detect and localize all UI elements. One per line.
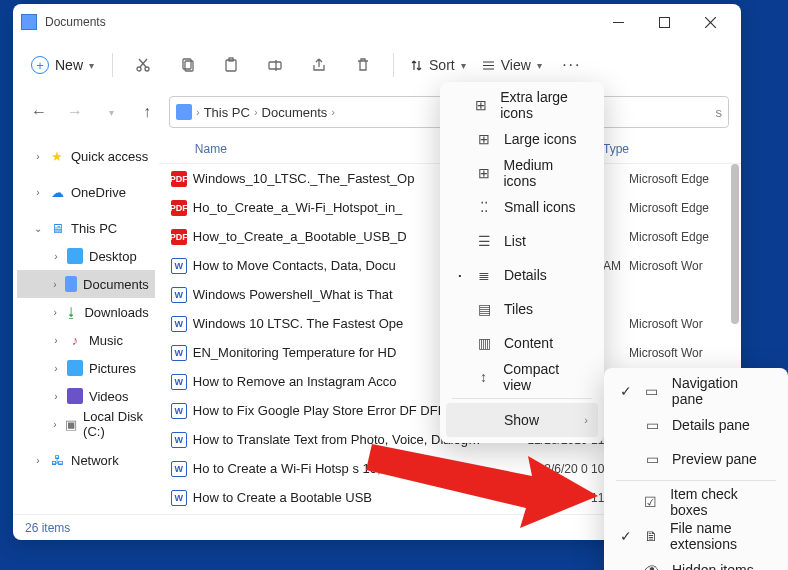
close-button[interactable] <box>687 6 733 38</box>
rename-button[interactable] <box>255 45 295 85</box>
forward-button[interactable]: → <box>61 98 89 126</box>
sidebar-label: Desktop <box>89 249 137 264</box>
documents-icon <box>65 276 77 292</box>
menu-label: Compact view <box>503 361 588 393</box>
view-button[interactable]: View ▾ <box>476 53 548 77</box>
svg-point-4 <box>137 67 141 71</box>
show-menu-item[interactable]: ▭Preview pane <box>610 442 782 476</box>
paste-button[interactable] <box>211 45 251 85</box>
share-button[interactable] <box>299 45 339 85</box>
view-menu-item[interactable]: ⊞Medium icons <box>446 156 598 190</box>
downloads-icon: ⭳ <box>65 304 78 320</box>
sidebar-item-music[interactable]: ›♪Music <box>17 326 155 354</box>
sidebar-item-quick-access[interactable]: ›★Quick access <box>17 142 155 170</box>
menu-label: Tiles <box>504 301 533 317</box>
cut-button[interactable] <box>123 45 163 85</box>
chevron-right-icon: › <box>33 151 43 162</box>
sidebar-item-documents[interactable]: ›Documents <box>17 270 155 298</box>
documents-icon <box>21 14 37 30</box>
view-menu-item[interactable]: ⊞Extra large icons <box>446 88 598 122</box>
pdf-file-icon: PDF <box>171 200 187 216</box>
titlebar: Documents <box>13 4 741 40</box>
view-menu-item[interactable]: •≣Details <box>446 258 598 292</box>
show-menu-item[interactable]: Show› <box>446 403 598 437</box>
breadcrumb-segment[interactable]: This PC <box>204 105 250 120</box>
doc-file-icon: W <box>171 490 187 506</box>
layout-icon: ▥ <box>476 335 492 351</box>
show-menu-item[interactable]: 👁Hidden items <box>610 553 782 570</box>
view-menu-item[interactable]: ▥Content <box>446 326 598 360</box>
column-type[interactable]: Type <box>603 142 729 156</box>
sidebar-item-local-disk[interactable]: ›▣Local Disk (C:) <box>17 410 155 438</box>
separator <box>393 53 394 77</box>
new-label: New <box>55 57 83 73</box>
sidebar-item-downloads[interactable]: ›⭳Downloads <box>17 298 155 326</box>
breadcrumb-segment[interactable]: Documents <box>262 105 328 120</box>
sidebar-label: This PC <box>71 221 117 236</box>
view-menu-item[interactable]: ☰List <box>446 224 598 258</box>
option-icon: 👁 <box>644 562 660 570</box>
svg-rect-12 <box>269 62 281 69</box>
sidebar-item-pictures[interactable]: ›Pictures <box>17 354 155 382</box>
up-button[interactable]: ↑ <box>133 98 161 126</box>
sidebar-label: Quick access <box>71 149 148 164</box>
chevron-right-icon: › <box>196 106 200 118</box>
sidebar-item-videos[interactable]: ›Videos <box>17 382 155 410</box>
sort-button[interactable]: Sort ▾ <box>404 53 472 77</box>
view-menu-item[interactable]: ⁚⁚Small icons <box>446 190 598 224</box>
scroll-thumb[interactable] <box>731 164 739 324</box>
more-button[interactable]: ··· <box>552 45 592 85</box>
sidebar-item-this-pc[interactable]: ⌄🖥This PC <box>17 214 155 242</box>
pdf-file-icon: PDF <box>171 229 187 245</box>
sidebar-item-network[interactable]: ›🖧Network <box>17 446 155 474</box>
plus-icon: + <box>31 56 49 74</box>
separator <box>112 53 113 77</box>
view-menu-item[interactable]: ▤Tiles <box>446 292 598 326</box>
sidebar-label: Network <box>71 453 119 468</box>
chevron-down-icon: ▾ <box>89 60 94 71</box>
menu-label: File name extensions <box>670 520 772 552</box>
sidebar-item-onedrive[interactable]: ›☁OneDrive <box>17 178 155 206</box>
back-button[interactable]: ← <box>25 98 53 126</box>
window-title: Documents <box>45 15 106 29</box>
view-menu-item[interactable]: ⊞Large icons <box>446 122 598 156</box>
chevron-right-icon: › <box>51 307 59 318</box>
chevron-right-icon: › <box>51 335 61 346</box>
window-controls <box>595 6 733 38</box>
menu-label: Show <box>504 412 539 428</box>
copy-button[interactable] <box>167 45 207 85</box>
maximize-button[interactable] <box>641 6 687 38</box>
show-menu-item[interactable]: ✓▭Navigation pane <box>610 374 782 408</box>
pictures-icon <box>67 360 83 376</box>
layout-icon: ≣ <box>476 267 492 283</box>
show-menu-item[interactable]: ☑Item check boxes <box>610 485 782 519</box>
file-type: Microsoft Wor <box>629 259 729 273</box>
svg-point-5 <box>145 67 149 71</box>
desktop-icon <box>67 248 83 264</box>
sort-label: Sort <box>429 57 455 73</box>
view-menu-item[interactable]: ↕Compact view <box>446 360 598 394</box>
menu-separator <box>616 480 776 481</box>
file-type: Microsoft Wor <box>629 317 729 331</box>
search-placeholder: s <box>716 105 723 120</box>
delete-button[interactable] <box>343 45 383 85</box>
sidebar-item-desktop[interactable]: ›Desktop <box>17 242 155 270</box>
file-type: Microsoft Edge <box>629 172 729 186</box>
vertical-scrollbar[interactable] <box>727 164 741 344</box>
pdf-file-icon: PDF <box>171 171 187 187</box>
svg-line-6 <box>140 59 147 67</box>
show-menu-item[interactable]: ✓🗎File name extensions <box>610 519 782 553</box>
file-type: Microsoft Wor <box>629 346 729 360</box>
doc-file-icon: W <box>171 316 187 332</box>
menu-label: Extra large icons <box>500 89 588 121</box>
toolbar: + New ▾ Sort ▾ View ▾ ··· <box>13 40 741 90</box>
chevron-right-icon: › <box>51 391 61 402</box>
show-menu-item[interactable]: ▭Details pane <box>610 408 782 442</box>
recent-button[interactable]: ▾ <box>97 98 125 126</box>
new-button[interactable]: + New ▾ <box>23 52 102 78</box>
sort-icon <box>410 59 423 72</box>
show-submenu: ✓▭Navigation pane▭Details pane▭Preview p… <box>604 368 788 570</box>
minimize-button[interactable] <box>595 6 641 38</box>
option-icon: 🗎 <box>644 528 658 544</box>
doc-file-icon: W <box>171 258 187 274</box>
